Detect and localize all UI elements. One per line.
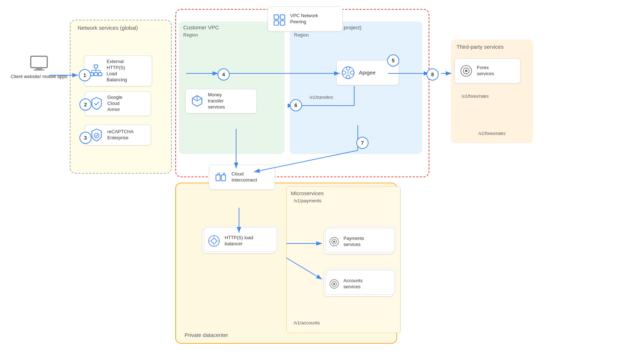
apigee-label: Apigee — [359, 69, 376, 76]
load-balancing-card: ExternalHTTP(S)LoadBalancing — [84, 55, 152, 86]
cloud-armor-icon — [89, 96, 104, 111]
third-party-label: Third-party services — [457, 44, 504, 50]
step-6-circle: 6 — [290, 99, 302, 111]
svg-rect-52 — [280, 21, 285, 25]
recaptcha-label: reCAPTCHAEnterprise — [107, 129, 134, 141]
cloud-interconnect-label: CloudInterconnect — [231, 171, 257, 183]
apigee-icon — [341, 66, 355, 80]
forex-icon — [459, 64, 473, 78]
svg-rect-32 — [98, 73, 102, 76]
step-4-circle: 4 — [218, 68, 230, 81]
money-transfer-label: Moneytransferservices — [208, 92, 225, 110]
http-lb-card: HTTP(S) loadbalancer — [202, 228, 275, 254]
svg-point-45 — [346, 75, 350, 79]
private-datacenter-label: Private datacenter — [185, 332, 228, 338]
recaptcha-card: reCAPTCHAEnterprise — [85, 125, 151, 145]
customer-region-label: Region — [183, 32, 198, 38]
step-7-circle: 7 — [356, 137, 369, 149]
svg-rect-61 — [223, 173, 224, 175]
client-box: Client website/ mobile apps — [11, 55, 67, 80]
google-vpc-region: Google VPC (tenant project) Region — [290, 21, 422, 154]
vpc-peering-label: VPC NetworkPeering — [290, 13, 318, 25]
svg-point-77 — [333, 283, 335, 285]
step-8-circle: 8 — [426, 68, 439, 81]
svg-rect-51 — [274, 21, 279, 25]
cloud-armor-card: GoogleCloudArmor — [85, 91, 151, 116]
payments-icon — [328, 236, 340, 247]
diagram-container: Google Cloud Network services (global) C… — [0, 0, 644, 362]
accounts-label: Accountsservices — [343, 278, 362, 290]
svg-point-48 — [347, 71, 350, 74]
svg-rect-49 — [274, 15, 279, 19]
cloud-interconnect-icon — [214, 170, 228, 184]
svg-line-41 — [192, 98, 197, 101]
forex-label: Forexservices — [477, 65, 494, 77]
money-transfer-icon — [190, 94, 204, 108]
forex-card: Forexservices — [454, 58, 521, 83]
microservices-label: Microservices — [291, 190, 324, 196]
load-balancing-icon — [89, 64, 103, 78]
payments-card: Paymentsservices — [324, 229, 394, 254]
svg-rect-28 — [34, 69, 44, 71]
customer-vpc-region: Customer VPC Region — [179, 21, 284, 154]
svg-rect-26 — [31, 56, 47, 68]
transfers-path-label: /v1/transfers — [309, 95, 333, 100]
svg-rect-57 — [216, 175, 220, 181]
third-party-region: Third-party services /v1/forex/rates — [451, 39, 533, 143]
recaptcha-icon — [89, 128, 104, 142]
load-balancing-label: ExternalHTTP(S)LoadBalancing — [107, 59, 127, 83]
svg-point-74 — [333, 241, 335, 242]
http-lb-label: HTTP(S) loadbalancer — [225, 235, 253, 247]
svg-rect-31 — [94, 73, 98, 76]
payments-label: Paymentsservices — [343, 236, 364, 248]
microservices-region: Microservices /v1/payments /v1/accounts — [286, 186, 401, 333]
svg-rect-27 — [36, 68, 42, 69]
svg-rect-50 — [280, 15, 285, 19]
accounts-icon — [328, 278, 340, 290]
vpc-peering-icon — [272, 12, 287, 26]
svg-rect-60 — [219, 173, 220, 175]
svg-line-42 — [197, 98, 202, 101]
accounts-path-label: /v1/accounts — [294, 320, 320, 325]
client-label: Client website/ mobile apps — [11, 73, 67, 80]
step-3-circle: 3 — [79, 132, 92, 144]
svg-rect-59 — [218, 173, 219, 175]
cloud-interconnect-card: CloudInterconnect — [209, 165, 275, 190]
step-1-circle: 1 — [79, 69, 91, 81]
svg-rect-62 — [224, 173, 225, 175]
money-transfer-card: Moneytransferservices — [185, 89, 257, 114]
svg-rect-29 — [94, 65, 98, 68]
svg-point-64 — [211, 238, 216, 243]
vpc-peering-card: VPC NetworkPeering — [268, 6, 343, 32]
google-region-label: Region — [294, 32, 309, 38]
svg-point-71 — [465, 70, 468, 72]
cloud-armor-label: GoogleCloudArmor — [107, 95, 122, 113]
forex-rates-label: /v1/forex/rates — [462, 94, 489, 99]
svg-point-47 — [351, 71, 354, 74]
svg-point-44 — [346, 67, 350, 70]
network-services-label: Network services (global) — [78, 25, 138, 31]
client-icon — [29, 55, 49, 71]
step-2-circle: 2 — [79, 98, 92, 111]
svg-rect-58 — [221, 175, 226, 181]
svg-point-46 — [342, 71, 346, 74]
forex-path-label: /v1/forex/rates — [478, 131, 506, 136]
http-lb-icon — [207, 234, 221, 248]
accounts-card: Accountsservices — [324, 271, 394, 296]
payments-path-label: /v1/payments — [294, 198, 321, 203]
step-5-circle: 5 — [387, 54, 399, 67]
customer-vpc-label: Customer VPC — [183, 24, 219, 30]
